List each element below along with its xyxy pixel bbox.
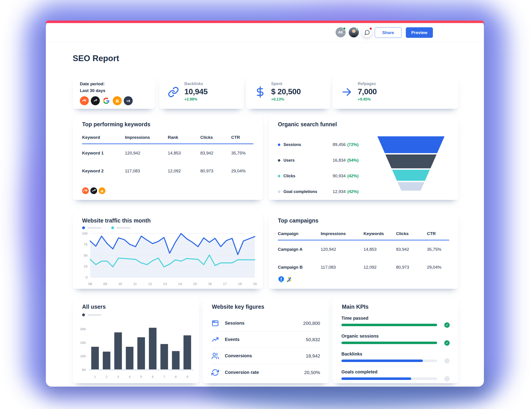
legend-placeholder xyxy=(117,227,130,229)
legend-dot xyxy=(278,159,280,162)
app-header: AK Share Preview xyxy=(46,23,484,43)
column-header: CTR xyxy=(231,135,253,140)
column-header: Impressions xyxy=(125,135,168,140)
date-period-value: Last 30 days xyxy=(80,87,105,94)
stat-delta: +0.13% xyxy=(271,97,301,102)
svg-text:a: a xyxy=(101,188,103,193)
progress-bar xyxy=(341,324,437,326)
legend-dot xyxy=(278,175,280,177)
preview-button[interactable]: Preview xyxy=(406,27,433,38)
refresh-icon xyxy=(211,369,219,376)
comments-button[interactable] xyxy=(362,27,372,37)
table-header-row: Keyword Impressions Rank Clicks CTR xyxy=(82,135,253,144)
key-figures-list: Sessions 200,800 Events 50,832 Conversio… xyxy=(211,315,320,381)
card-title: Top campaigns xyxy=(278,217,319,224)
column-header: Impressions xyxy=(321,231,364,236)
table-row: Keyword 2 117,083 12,092 80,973 29,04% xyxy=(82,162,253,180)
svg-text:25: 25 xyxy=(84,264,88,268)
column-header: Keywords xyxy=(363,231,396,236)
table-row: Keyword 1 120,942 14,853 83,942 35,75% xyxy=(82,144,253,162)
top-keywords-card: Top performing keywords Keyword Impressi… xyxy=(73,115,263,200)
svg-text:100: 100 xyxy=(82,232,88,235)
column-header: CTR xyxy=(427,231,449,236)
collaborator-avatars: AK xyxy=(336,27,372,37)
funnel-legend-item: Sessions 89,456 (72%) xyxy=(278,137,372,152)
trend-up-icon xyxy=(211,336,219,344)
progress-bar xyxy=(341,342,437,344)
amazon-icon[interactable]: a xyxy=(113,96,122,105)
share-button[interactable]: Share xyxy=(375,27,402,38)
website-traffic-card: Website traffic this month 0255075100080… xyxy=(73,212,263,289)
kpi-item: Time passed ✓ xyxy=(341,314,450,332)
funnel-legend: Sessions 89,456 (72%) Users 16,834 (54%)… xyxy=(278,137,372,199)
avatar[interactable]: AK xyxy=(336,27,346,37)
online-status-dot xyxy=(356,27,359,30)
pending-circle-icon xyxy=(444,376,450,381)
key-figure-row: Conversions 18,942 xyxy=(211,348,320,364)
more-integrations-badge[interactable]: +9 xyxy=(124,96,133,105)
campaigns-table: Campaign Impressions Keywords Clicks CTR… xyxy=(278,231,449,276)
stat-value: 7,000 xyxy=(358,87,377,96)
key-figure-row: Conversion rate 20,50% xyxy=(211,364,320,381)
semrush-icon[interactable] xyxy=(82,187,89,194)
stat-delta: +9.45% xyxy=(358,97,377,102)
stat-label: Refpages xyxy=(358,82,377,86)
stat-value: 10,945 xyxy=(184,87,207,96)
svg-text:17: 17 xyxy=(223,282,227,286)
svg-text:08: 08 xyxy=(88,282,92,286)
avatar[interactable] xyxy=(349,27,359,37)
svg-text:3: 3 xyxy=(117,375,119,379)
pending-circle-icon xyxy=(444,358,450,363)
card-title: Website key figures xyxy=(212,304,264,310)
kpi-item: Goals completed xyxy=(341,368,450,385)
svg-text:12: 12 xyxy=(148,282,152,286)
svg-text:13: 13 xyxy=(163,282,167,286)
link-icon xyxy=(168,86,179,98)
organic-funnel-card: Organic search funnel Sessions 89,456 (7… xyxy=(269,115,459,200)
svg-text:18: 18 xyxy=(238,282,242,286)
legend-dot xyxy=(278,191,280,193)
backlinks-stat-card: Backlinks 10,945 +2.98% xyxy=(159,76,244,109)
svg-text:10: 10 xyxy=(118,282,122,286)
users-bar-chart: 50100150200123456789 xyxy=(76,321,196,381)
data-source-icons: a xyxy=(82,187,105,194)
google-icon[interactable] xyxy=(102,96,111,105)
avatar-initials: AK xyxy=(338,30,343,35)
legend-dot xyxy=(82,226,85,229)
google-ads-icon[interactable] xyxy=(286,276,293,283)
key-figure-row: Events 50,832 xyxy=(211,332,320,348)
funnel-legend-item: Clicks 90,934 (42%) xyxy=(278,168,372,184)
table-header-row: Campaign Impressions Keywords Clicks CTR xyxy=(278,231,449,241)
facebook-ads-icon[interactable]: ads xyxy=(278,276,285,283)
analytics-trend-icon[interactable] xyxy=(90,187,97,194)
svg-text:200: 200 xyxy=(80,327,86,331)
keywords-table: Keyword Impressions Rank Clicks CTR Keyw… xyxy=(82,135,253,180)
progress-bar xyxy=(341,377,437,380)
notification-dot xyxy=(369,27,372,30)
svg-text:14: 14 xyxy=(178,282,182,286)
column-header: Keyword xyxy=(82,135,125,140)
card-title: Organic search funnel xyxy=(278,121,337,128)
funnel-legend-item: Goal completions 12,934 (42%) xyxy=(278,184,372,199)
amazon-icon[interactable]: a xyxy=(99,187,105,194)
analytics-trend-icon[interactable] xyxy=(91,96,100,105)
svg-text:50: 50 xyxy=(82,368,86,372)
column-header: Clicks xyxy=(200,135,231,140)
check-circle-icon: ✓ xyxy=(444,322,450,328)
stat-label: Spent xyxy=(271,82,301,86)
card-title: Website traffic this month xyxy=(82,217,151,224)
integration-chips: a +9 xyxy=(80,96,133,105)
stat-value: $ 20,500 xyxy=(271,87,301,96)
page-title: SEO Report xyxy=(73,54,119,63)
kpi-item: Organic sessions ✓ xyxy=(341,332,450,350)
key-figure-row: Sessions 200,800 xyxy=(211,315,320,332)
semrush-icon[interactable] xyxy=(80,96,89,105)
svg-text:50: 50 xyxy=(84,253,88,257)
table-row: Campaign A 120,942 14,853 83,942 35,75% xyxy=(278,241,449,258)
dollar-icon xyxy=(255,86,266,98)
svg-text:ads: ads xyxy=(280,282,282,283)
svg-text:8: 8 xyxy=(175,375,177,379)
chat-bubble-icon xyxy=(364,29,370,35)
svg-text:a: a xyxy=(116,97,119,104)
online-status-dot xyxy=(343,27,346,30)
